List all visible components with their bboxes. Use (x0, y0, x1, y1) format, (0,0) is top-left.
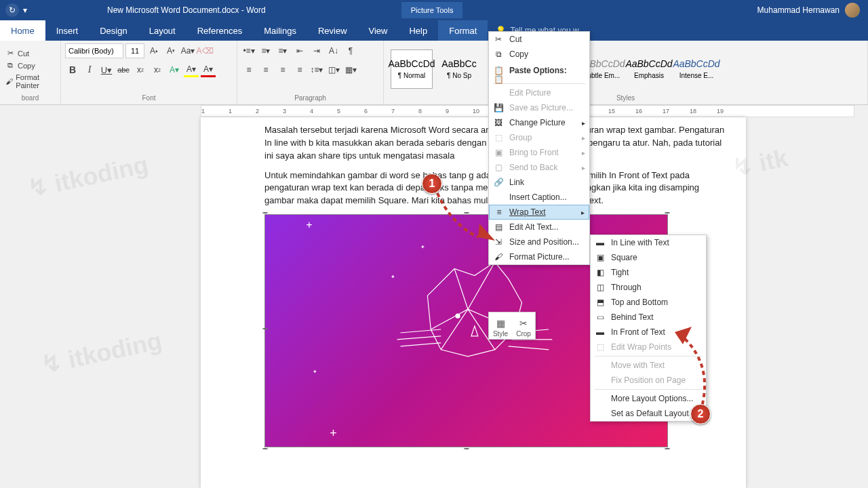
ctx-wrap-text[interactable]: ≡Wrap Text▸ (489, 205, 589, 220)
svg-text:✦: ✦ (313, 369, 317, 375)
ctx-edit-alt-text[interactable]: ▤Edit Alt Text... (489, 220, 589, 235)
avatar[interactable] (845, 3, 860, 18)
align-center-button[interactable]: ≡ (258, 62, 273, 77)
ctx-link[interactable]: 🔗Link (489, 175, 589, 190)
wrap-inline[interactable]: ▬In Line with Text (591, 235, 706, 250)
tab-mailings[interactable]: Mailings (253, 20, 307, 41)
wrap-move-with-text: Move with Text (591, 358, 706, 373)
tab-review[interactable]: Review (307, 20, 358, 41)
wrap-more-options[interactable]: More Layout Options... (591, 391, 706, 406)
scissors-icon: ✂ (493, 34, 504, 45)
resize-handle-tr[interactable] (665, 212, 670, 214)
ctx-copy[interactable]: ⧉Copy (489, 47, 589, 62)
wrap-behind-icon: ▭ (595, 312, 606, 323)
clear-format-button[interactable]: A⌫ (197, 43, 212, 58)
wrap-behind[interactable]: ▭Behind Text (591, 310, 706, 325)
highlight-button[interactable]: A▾ (184, 62, 199, 77)
text-effects-button[interactable]: A▾ (167, 62, 182, 77)
refresh-icon[interactable]: ↻ (5, 3, 19, 17)
tab-help[interactable]: Help (398, 20, 438, 41)
wrap-front-icon: ▬ (595, 327, 606, 338)
style-emphasis[interactable]: AaBbCcDdEmphasis (628, 49, 670, 89)
cut-button[interactable]: ✂Cut (4, 48, 56, 59)
resize-handle-tl[interactable] (262, 212, 268, 214)
tab-references[interactable]: References (186, 20, 253, 41)
font-size-combo[interactable] (125, 43, 144, 58)
format-icon: 🖌 (493, 251, 504, 262)
wrap-tight-icon: ◧ (595, 267, 606, 278)
copy-button[interactable]: ⧉Copy (4, 60, 56, 71)
wrap-top-bottom[interactable]: ⬒Top and Bottom (591, 295, 706, 310)
bullets-button[interactable]: •≡▾ (241, 43, 256, 58)
tab-design[interactable]: Design (89, 20, 138, 41)
wrap-set-default[interactable]: Set as Default Layout (591, 406, 706, 421)
tab-insert[interactable]: Insert (45, 20, 90, 41)
grow-font-button[interactable]: A▴ (146, 43, 161, 58)
resize-handle-bl[interactable] (262, 448, 268, 449)
resize-handle-br[interactable] (665, 448, 670, 449)
ctx-insert-caption[interactable]: Insert Caption... (489, 190, 589, 205)
titlebar: ↻ ▾ New Microsoft Word Document.docx - W… (0, 0, 868, 20)
mini-crop-button[interactable]: ✂Crop (512, 312, 535, 339)
align-right-button[interactable]: ≡ (275, 62, 290, 77)
brush-icon: 🖌 (5, 77, 13, 86)
ctx-format-picture[interactable]: 🖌Format Picture... (489, 249, 589, 264)
ctx-save-as-picture[interactable]: 💾Save as Picture... (489, 100, 589, 115)
qat-dropdown-icon[interactable]: ▾ (23, 5, 27, 15)
picture-tools-label: Picture Tools (401, 2, 463, 18)
svg-point-0 (456, 314, 460, 318)
borders-button[interactable]: ▦▾ (343, 62, 358, 77)
shading-button[interactable]: ◫▾ (326, 62, 341, 77)
format-painter-button[interactable]: 🖌Format Painter (4, 73, 56, 90)
ctx-paste-header: 📋Paste Options: (489, 62, 589, 77)
ctx-paste-option[interactable]: 📋 (489, 77, 589, 82)
style-normal[interactable]: AaBbCcDd¶ Normal (391, 49, 433, 89)
line-spacing-button[interactable]: ↕≡▾ (309, 62, 324, 77)
svg-text:✦: ✦ (420, 244, 425, 250)
ctx-change-picture[interactable]: 🖼Change Picture▸ (489, 115, 589, 130)
change-case-button[interactable]: Aa▾ (180, 43, 195, 58)
subscript-button[interactable]: x2 (133, 62, 148, 77)
underline-button[interactable]: U▾ (99, 62, 114, 77)
paragraph-marks-button[interactable]: ¶ (343, 43, 358, 58)
font-color-button[interactable]: A▾ (201, 62, 216, 77)
style-nospacing[interactable]: AaBbCc¶ No Sp (438, 49, 480, 89)
font-group-label: Font (65, 94, 233, 103)
tab-home[interactable]: Home (0, 20, 45, 41)
font-name-combo[interactable] (65, 43, 123, 58)
style-intense-emphasis[interactable]: AaBbCcDdIntense E... (675, 49, 717, 89)
user-area[interactable]: Muhammad Hernawan (757, 3, 868, 18)
decrease-indent-button[interactable]: ⇤ (292, 43, 307, 58)
resize-handle-t[interactable] (464, 212, 469, 214)
tab-layout[interactable]: Layout (138, 20, 186, 41)
wrap-tight[interactable]: ◧Tight (591, 265, 706, 280)
justify-button[interactable]: ≡ (292, 62, 307, 77)
tab-format[interactable]: Format (438, 20, 488, 41)
increase-indent-button[interactable]: ⇥ (309, 43, 324, 58)
mini-style-button[interactable]: ▦Style (489, 312, 512, 339)
paste-icon: 📋 (493, 74, 504, 85)
superscript-button[interactable]: x2 (150, 62, 165, 77)
wrap-square[interactable]: ▣Square (591, 250, 706, 265)
svg-text:✦: ✦ (391, 274, 395, 281)
callout-1-badge: 1 (422, 174, 442, 194)
multilevel-button[interactable]: ≡▾ (275, 43, 290, 58)
bold-button[interactable]: B (65, 62, 80, 77)
shrink-font-button[interactable]: A▾ (163, 43, 178, 58)
italic-button[interactable]: I (82, 62, 97, 77)
wrap-in-front[interactable]: ▬In Front of Text (591, 325, 706, 340)
ctx-size-position[interactable]: ⇲Size and Position... (489, 235, 589, 249)
wrap-through[interactable]: ◫Through (591, 280, 706, 295)
align-left-button[interactable]: ≡ (241, 62, 256, 77)
scissors-icon: ✂ (5, 49, 15, 58)
svg-text:+: + (330, 426, 336, 440)
ctx-edit-picture: Edit Picture (489, 85, 589, 100)
strike-button[interactable]: abc (116, 62, 131, 77)
numbering-button[interactable]: ≡▾ (258, 43, 273, 58)
resize-handle-b[interactable] (464, 448, 469, 449)
tab-view[interactable]: View (358, 20, 399, 41)
ctx-cut[interactable]: ✂Cut (489, 32, 589, 47)
sort-button[interactable]: A↓ (326, 43, 341, 58)
watermark: ↯ itkoding (26, 150, 151, 204)
copy-icon: ⧉ (5, 61, 15, 70)
